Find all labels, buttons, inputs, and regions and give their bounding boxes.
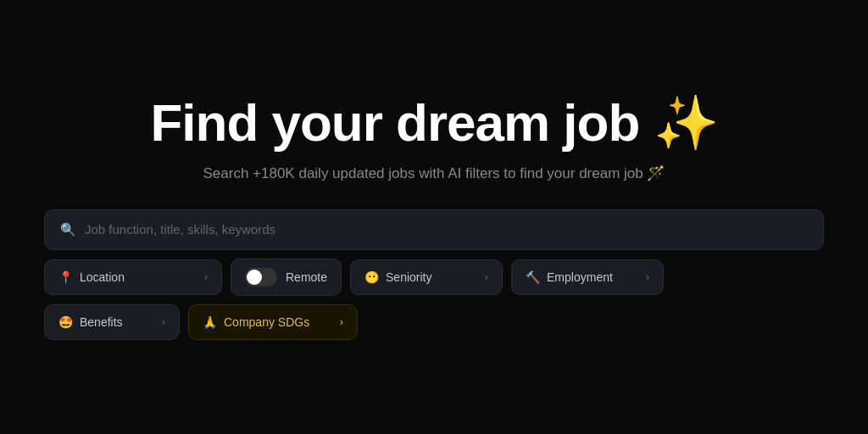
employment-icon: 🔨	[526, 270, 540, 284]
search-icon: 🔍	[60, 222, 76, 237]
toggle-thumb	[247, 270, 262, 285]
location-chevron-icon: ›	[204, 270, 208, 283]
main-title: Find your dream job ✨	[150, 94, 717, 152]
search-input[interactable]	[85, 222, 808, 236]
location-label: Location	[80, 270, 125, 284]
seniority-filter-button[interactable]: 😶 Seniority ›	[350, 259, 503, 295]
search-section: 🔍 📍 Location › Remote 😶 Seniority ›	[44, 209, 824, 340]
remote-label: Remote	[286, 270, 327, 284]
filters-row-1: 📍 Location › Remote 😶 Seniority › 🔨 Empl…	[44, 259, 824, 296]
sdgs-icon: 🙏	[203, 315, 217, 329]
location-filter-button[interactable]: 📍 Location ›	[44, 259, 222, 295]
sdgs-chevron-icon: ›	[340, 315, 343, 328]
benefits-label: Benefits	[80, 315, 123, 329]
benefits-icon: 🤩	[58, 315, 73, 329]
employment-filter-button[interactable]: 🔨 Employment ›	[511, 259, 664, 295]
location-icon: 📍	[58, 270, 73, 284]
seniority-label: Seniority	[386, 270, 431, 284]
sdgs-label: Company SDGs	[224, 315, 309, 329]
filters-row-2: 🤩 Benefits › 🙏 Company SDGs ›	[44, 304, 824, 340]
seniority-chevron-icon: ›	[485, 270, 488, 283]
toggle-track[interactable]	[245, 268, 277, 287]
hero-section: Find your dream job ✨ Search +180K daily…	[150, 94, 717, 181]
benefits-chevron-icon: ›	[162, 315, 165, 328]
employment-label: Employment	[547, 270, 613, 284]
employment-chevron-icon: ›	[646, 270, 649, 283]
seniority-icon: 😶	[364, 270, 379, 284]
subtitle: Search +180K daily updated jobs with AI …	[203, 164, 665, 182]
sdgs-filter-button[interactable]: 🙏 Company SDGs ›	[188, 304, 358, 340]
benefits-filter-button[interactable]: 🤩 Benefits ›	[44, 304, 180, 340]
search-bar[interactable]: 🔍	[44, 209, 824, 250]
remote-toggle[interactable]: Remote	[231, 259, 342, 296]
